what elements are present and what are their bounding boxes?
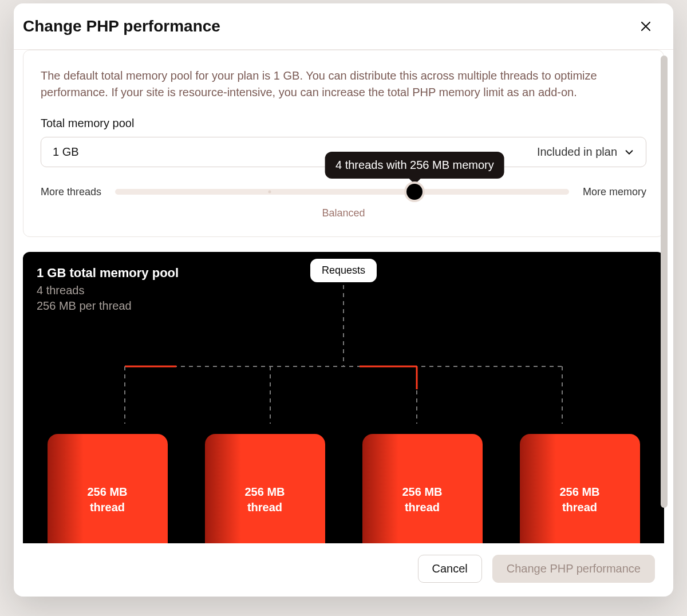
thread-word: thread: [405, 500, 440, 515]
thread-size: 256 MB: [402, 484, 442, 500]
slider-tooltip: 4 threads with 256 MB memory: [325, 152, 504, 179]
slider-label-more-memory: More memory: [583, 186, 646, 198]
settings-card: The default total memory pool for your p…: [23, 50, 664, 237]
thread-size: 256 MB: [559, 484, 599, 500]
modal-header: Change PHP performance: [14, 3, 673, 50]
thread-word: thread: [562, 500, 597, 515]
modal-change-php-performance: Change PHP performance The default total…: [14, 3, 673, 597]
thread-memory-slider[interactable]: 4 threads with 256 MB memory: [115, 184, 569, 199]
scrollbar-thumb[interactable]: [661, 56, 668, 508]
memory-pool-hint: Included in plan: [537, 145, 617, 159]
slider-label-more-threads: More threads: [41, 186, 101, 198]
cancel-button[interactable]: Cancel: [418, 555, 482, 583]
thread-box: 256 MBthread: [362, 434, 483, 543]
thread-box: 256 MBthread: [520, 434, 640, 543]
thread-visualization: 1 GB total memory pool 4 threads 256 MB …: [23, 252, 664, 543]
plan-description: The default total memory pool for your p…: [41, 68, 646, 101]
threads-row: 256 MBthread256 MBthread256 MBthread256 …: [23, 434, 664, 543]
thread-size: 256 MB: [244, 484, 285, 500]
confirm-button[interactable]: Change PHP performance: [492, 555, 655, 583]
modal-title: Change PHP performance: [23, 17, 220, 35]
slider-track: [115, 189, 569, 195]
thread-memory-slider-row: More threads 4 threads with 256 MB memor…: [41, 184, 646, 199]
memory-pool-value: 1 GB: [53, 145, 79, 159]
modal-footer: Cancel Change PHP performance: [14, 543, 673, 597]
close-button[interactable]: [637, 17, 655, 35]
memory-pool-label: Total memory pool: [41, 117, 646, 130]
chevron-down-icon: [624, 147, 634, 157]
slider-tick: [268, 191, 271, 194]
thread-box: 256 MBthread: [48, 434, 168, 543]
thread-box: 256 MBthread: [205, 434, 325, 543]
slider-balanced-label: Balanced: [41, 207, 646, 219]
thread-word: thread: [247, 500, 282, 515]
scrollbar[interactable]: [660, 56, 669, 543]
thread-size: 256 MB: [87, 484, 127, 500]
thread-word: thread: [90, 500, 125, 515]
slider-thumb[interactable]: [406, 184, 423, 200]
close-icon: [640, 21, 652, 32]
modal-body: The default total memory pool for your p…: [14, 50, 673, 543]
